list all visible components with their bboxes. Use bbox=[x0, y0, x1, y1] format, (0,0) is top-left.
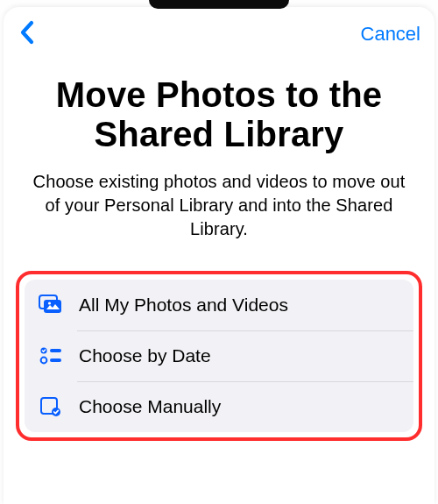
photos-stack-icon bbox=[37, 291, 65, 319]
options-highlight-box: All My Photos and Videos Choose by Date bbox=[16, 271, 422, 441]
device-notch bbox=[149, 0, 289, 9]
svg-point-2 bbox=[48, 302, 51, 304]
cancel-button[interactable]: Cancel bbox=[359, 19, 422, 49]
svg-point-5 bbox=[41, 357, 47, 363]
option-label: All My Photos and Videos bbox=[79, 295, 288, 316]
choose-by-date-icon bbox=[37, 342, 65, 370]
nav-bar: Cancel bbox=[4, 12, 434, 56]
chevron-left-icon bbox=[19, 20, 34, 48]
option-label: Choose Manually bbox=[79, 396, 221, 417]
svg-rect-6 bbox=[50, 358, 61, 362]
page-subtitle: Choose existing photos and videos to mov… bbox=[28, 170, 410, 241]
content-area: Move Photos to the Shared Library Choose… bbox=[4, 56, 434, 241]
option-all-photos[interactable]: All My Photos and Videos bbox=[25, 280, 413, 330]
choose-manually-icon bbox=[37, 393, 65, 421]
svg-rect-1 bbox=[44, 300, 61, 313]
options-list: All My Photos and Videos Choose by Date bbox=[25, 280, 413, 432]
modal-sheet: Cancel Move Photos to the Shared Library… bbox=[4, 7, 434, 504]
back-button[interactable] bbox=[11, 18, 42, 50]
page-title: Move Photos to the Shared Library bbox=[25, 75, 413, 154]
svg-rect-4 bbox=[50, 349, 61, 352]
option-choose-manually[interactable]: Choose Manually bbox=[25, 381, 413, 432]
option-label: Choose by Date bbox=[79, 345, 211, 366]
option-choose-by-date[interactable]: Choose by Date bbox=[25, 330, 413, 381]
